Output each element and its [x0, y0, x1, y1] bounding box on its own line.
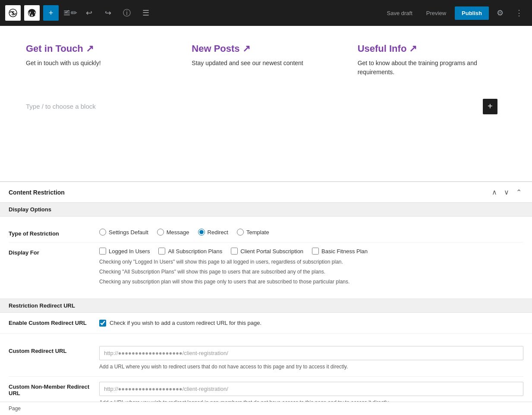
- display-for-controls: Logged In Users All Subscription Plans C…: [99, 248, 523, 286]
- column-2: New Posts ↗ Stay updated and see our new…: [192, 43, 340, 77]
- type-of-restriction-row: Type of Restriction Settings Default Mes…: [9, 223, 523, 242]
- redo-button[interactable]: ↪: [100, 5, 116, 21]
- add-block-topbar-button[interactable]: +: [43, 5, 59, 21]
- main-content: Get in Touch ↗ Get in touch with us quic…: [0, 26, 532, 181]
- radio-message-input[interactable]: [157, 229, 164, 236]
- display-for-label: Display For: [9, 248, 99, 256]
- radio-template-label: Template: [246, 229, 269, 236]
- checkbox-all-subscription-label: All Subscription Plans: [168, 248, 222, 255]
- add-block-inline-button[interactable]: +: [483, 99, 497, 114]
- checkbox-client-portal[interactable]: Client Portal Subscription: [231, 248, 303, 255]
- wp-logo: $: [5, 5, 21, 21]
- enable-custom-redirect-text: Check if you wish to add a custom redire…: [110, 320, 261, 326]
- column-2-desc: Stay updated and see our newest content: [192, 59, 340, 68]
- radio-settings-default-label: Settings Default: [109, 229, 148, 236]
- radio-template[interactable]: Template: [237, 229, 269, 236]
- checkbox-basic-fitness[interactable]: Basic Fitness Plan: [312, 248, 368, 255]
- type-of-restriction-controls: Settings Default Message Redirect Templa…: [99, 229, 523, 236]
- wordpress-logo-btn[interactable]: [24, 5, 40, 21]
- display-for-help-2: Checking "All Subscription Plans" will s…: [99, 268, 523, 276]
- column-1-title[interactable]: Get in Touch ↗: [26, 43, 174, 54]
- checkbox-logged-in-label: Logged In Users: [109, 248, 150, 255]
- list-view-button[interactable]: ☰: [138, 5, 154, 21]
- column-3: Useful Info ↗ Get to know about the trai…: [358, 43, 506, 77]
- checkbox-client-portal-label: Client Portal Subscription: [240, 248, 303, 255]
- column-1-desc: Get in touch with us quickly!: [26, 59, 174, 68]
- radio-settings-default-input[interactable]: [99, 229, 106, 236]
- topbar: $ + ✏ ↩ ↪ ⓘ ☰ Save draft Preview Publish…: [0, 0, 532, 26]
- display-options-header: Display Options: [0, 203, 532, 217]
- enable-custom-redirect-label: Enable Custom Redirect URL: [9, 320, 99, 326]
- checkbox-logged-in-input[interactable]: [99, 248, 106, 255]
- page-columns: Get in Touch ↗ Get in touch with us quic…: [26, 43, 506, 77]
- checkbox-all-subscription[interactable]: All Subscription Plans: [158, 248, 222, 255]
- details-button[interactable]: ⓘ: [119, 5, 135, 21]
- radio-redirect-input[interactable]: [198, 229, 205, 236]
- enable-custom-redirect-checkbox[interactable]: [99, 320, 106, 327]
- tools-button[interactable]: ✏: [62, 5, 78, 21]
- restriction-radio-group: Settings Default Message Redirect Templa…: [99, 229, 523, 236]
- checkbox-basic-fitness-input[interactable]: [312, 248, 319, 255]
- checkbox-logged-in[interactable]: Logged In Users: [99, 248, 150, 255]
- custom-redirect-input[interactable]: [99, 346, 523, 360]
- radio-template-input[interactable]: [237, 229, 244, 236]
- custom-redirect-label: Custom Redirect URL: [9, 346, 99, 354]
- settings-button[interactable]: ⚙: [492, 5, 508, 21]
- collapse-down-button[interactable]: ∨: [502, 187, 511, 197]
- block-placeholder[interactable]: Type / to choose a block: [26, 94, 483, 119]
- radio-redirect-label: Redirect: [208, 229, 228, 236]
- more-options-button[interactable]: ⋮: [511, 5, 527, 21]
- preview-button[interactable]: Preview: [421, 7, 451, 19]
- display-for-help-3: Checking any subscription plan will show…: [99, 278, 523, 286]
- custom-redirect-help: Add a URL where you wish to redirect use…: [99, 363, 523, 371]
- column-3-desc: Get to know about the training programs …: [358, 59, 506, 77]
- custom-nonmember-input[interactable]: [99, 382, 523, 396]
- checkbox-all-subscription-input[interactable]: [158, 248, 165, 255]
- restriction-header-icons: ∧ ∨ ⌃: [490, 187, 523, 197]
- restriction-section-title: Content Restriction: [9, 189, 65, 196]
- save-draft-button[interactable]: Save draft: [382, 7, 418, 19]
- restriction-header: Content Restriction ∧ ∨ ⌃: [0, 182, 532, 203]
- enable-custom-redirect-ctrl: Check if you wish to add a custom redire…: [99, 320, 261, 327]
- display-options-form: Type of Restriction Settings Default Mes…: [0, 217, 532, 299]
- display-for-help-1: Checking only "Logged In Users" will sho…: [99, 258, 523, 266]
- page-footer: Page: [0, 402, 532, 415]
- column-3-title[interactable]: Useful Info ↗: [358, 43, 506, 54]
- custom-redirect-controls: Add a URL where you wish to redirect use…: [99, 346, 523, 371]
- radio-message-label: Message: [167, 229, 189, 236]
- display-for-row: Display For Logged In Users All Subscrip…: [9, 242, 523, 292]
- custom-nonmember-label: Custom Non-Member Redirect URL: [9, 382, 99, 396]
- footer-label: Page: [9, 406, 21, 412]
- custom-redirect-url-row: Custom Redirect URL Add a URL where you …: [9, 341, 523, 377]
- collapse-up-button[interactable]: ∧: [490, 187, 499, 197]
- radio-message[interactable]: Message: [157, 229, 189, 236]
- display-for-checkbox-group: Logged In Users All Subscription Plans C…: [99, 248, 523, 255]
- column-2-title[interactable]: New Posts ↗: [192, 43, 340, 54]
- checkbox-basic-fitness-label: Basic Fitness Plan: [321, 248, 368, 255]
- drag-handle-button[interactable]: ⌃: [514, 187, 523, 197]
- content-restriction-section: Content Restriction ∧ ∨ ⌃ Display Option…: [0, 182, 532, 415]
- radio-settings-default[interactable]: Settings Default: [99, 229, 148, 236]
- enable-custom-redirect-row: Enable Custom Redirect URL Check if you …: [0, 313, 532, 334]
- radio-redirect[interactable]: Redirect: [198, 229, 228, 236]
- undo-button[interactable]: ↩: [81, 5, 97, 21]
- column-1: Get in Touch ↗ Get in touch with us quic…: [26, 43, 174, 77]
- checkbox-client-portal-input[interactable]: [231, 248, 238, 255]
- restriction-redirect-header: Restriction Redirect URL: [0, 299, 532, 313]
- type-of-restriction-label: Type of Restriction: [9, 229, 99, 237]
- publish-button[interactable]: Publish: [455, 6, 489, 20]
